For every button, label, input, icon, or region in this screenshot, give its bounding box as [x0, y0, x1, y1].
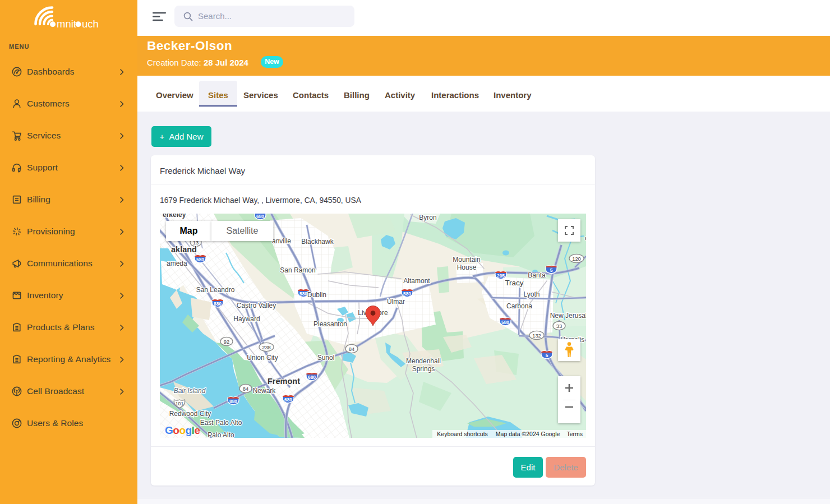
svg-text:5: 5 [550, 267, 553, 273]
svg-text:84: 84 [243, 386, 248, 392]
svg-text:880: 880 [214, 301, 222, 307]
svg-text:Redwood City: Redwood City [169, 410, 211, 418]
svg-text:120: 120 [572, 256, 581, 262]
svg-text:Blackhawk: Blackhawk [301, 238, 334, 246]
svg-text:Pleasanton: Pleasanton [313, 320, 347, 328]
svg-text:Bair Island: Bair Island [174, 387, 206, 395]
svg-text:anville: anville [272, 237, 291, 245]
svg-text:San Ramon: San Ramon [280, 266, 315, 274]
svg-text:Dublin: Dublin [307, 291, 326, 299]
svg-text:Mendenhall: Mendenhall [406, 357, 441, 365]
svg-text:op: op [585, 234, 586, 242]
svg-text:House: House [457, 263, 477, 271]
svg-text:Castro Valley: Castro Valley [237, 302, 276, 309]
svg-text:ameda: ameda [167, 260, 187, 267]
svg-text:580: 580 [403, 291, 411, 297]
svg-text:Union City: Union City [247, 354, 278, 362]
svg-text:Springs: Springs [412, 365, 435, 373]
svg-text:101: 101 [176, 401, 184, 406]
svg-text:238: 238 [262, 344, 271, 350]
svg-text:Sunol: Sunol [317, 354, 335, 362]
svg-text:Lyoth: Lyoth [524, 290, 540, 298]
svg-text:mnit: mnit [57, 18, 76, 29]
svg-text:akland: akland [171, 245, 197, 254]
svg-text:680: 680 [256, 214, 264, 219]
svg-text:92: 92 [224, 339, 229, 345]
svg-text:erkeley: erkeley [163, 214, 186, 219]
svg-text:Ulmar: Ulmar [387, 298, 405, 306]
svg-text:Altamont: Altamont [403, 277, 430, 285]
svg-text:Carbona: Carbona [506, 302, 532, 310]
svg-text:uch: uch [82, 18, 99, 29]
svg-text:680: 680 [308, 374, 316, 380]
svg-text:Fremont: Fremont [268, 377, 300, 386]
svg-text:33: 33 [556, 323, 562, 329]
svg-text:Banta: Banta [528, 271, 546, 279]
svg-text:680: 680 [284, 397, 292, 403]
svg-text:Byron: Byron [419, 214, 436, 221]
svg-text:New Jerusalem: New Jerusalem [550, 312, 586, 320]
svg-text:580: 580 [501, 320, 509, 325]
svg-text:205: 205 [497, 273, 505, 279]
svg-text:Palo Alto: Palo Alto [208, 431, 234, 438]
svg-text:132: 132 [532, 332, 541, 339]
svg-text:5: 5 [546, 353, 548, 358]
svg-text:880: 880 [229, 399, 237, 404]
svg-text:Newark: Newark [253, 387, 276, 395]
svg-text:Tracy: Tracy [505, 279, 523, 287]
svg-text:Hayward: Hayward [233, 315, 260, 323]
svg-text:Mountain: Mountain [453, 256, 480, 263]
svg-text:San Leandro: San Leandro [196, 286, 235, 294]
svg-text:580: 580 [196, 257, 204, 262]
svg-text:580: 580 [299, 291, 307, 297]
svg-text:East Palo Alto: East Palo Alto [200, 419, 242, 427]
svg-text:84: 84 [349, 346, 354, 352]
